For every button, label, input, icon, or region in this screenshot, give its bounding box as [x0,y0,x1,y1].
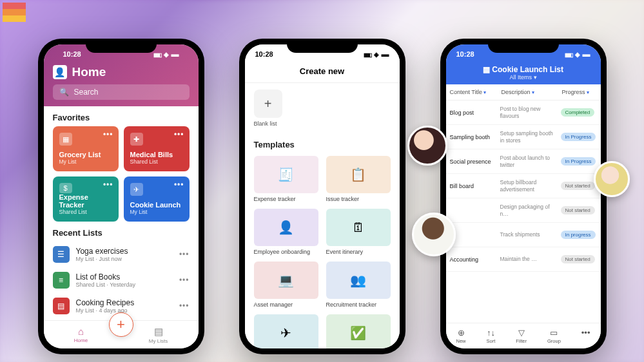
wifi-icon [164,50,169,58]
cell-title: Accounting [446,254,498,265]
column-headers: Content Title▾ Description▾ Progress▾ [446,84,601,100]
list-title: Medical Bills [130,151,183,158]
more-icon[interactable]: ••• [179,301,190,310]
more-icon[interactable]: ••• [103,130,113,139]
collaborator-avatar [412,213,456,256]
table-row[interactable]: Social presence Post about launch to twi… [446,149,601,174]
table-row[interactable]: Accounting Maintain the … Not started [446,247,601,272]
list-icon: ✈ [130,183,143,196]
template-label: Recruitment tracker [326,301,391,308]
cell-description: Track shipments [498,229,558,240]
blank-list-label: Blank list [254,120,391,127]
template-card[interactable]: ✅ Work Progress Tracker [326,314,391,348]
template-label: Event itinerary [326,249,391,255]
list-icon: ▦ [483,65,490,74]
template-card[interactable]: 🧾 Expense tracker [254,156,318,202]
favorite-card[interactable]: ••• ✈ Cookie Launch My List [124,176,190,222]
list-subtitle: Shared List · Yesterday [76,281,173,288]
recent-list-item[interactable]: ≡ List of Books Shared List · Yesterday … [49,267,193,293]
cell-description: Design packaging of n… [498,201,558,219]
status-time: 10:28 [456,50,474,58]
favorites-heading: Favorites [44,106,199,126]
list-title: Grocery List [59,151,112,158]
table-row[interactable]: Blog post Post to blog new flavours Comp… [446,100,601,125]
template-card[interactable]: 📋 Issue tracker [326,156,391,202]
signal-icon [565,50,572,58]
template-preview: 👥 [326,262,391,299]
list-icon: ≡ [53,272,70,289]
favorite-card[interactable]: ••• ▦ Grocery List My List [53,126,119,171]
table-row[interactable]: Bill board Setup billboard advertisement… [446,174,601,198]
view-selector[interactable]: All Items ▾ [446,74,601,81]
lists-icon: ▤ [154,326,163,338]
more-button[interactable]: ••• [581,328,590,344]
favorite-card[interactable]: ••• ✚ Medical Bills Shared List [124,126,190,171]
list-subtitle: My List [130,209,183,215]
cell-status: Not started [558,204,601,217]
template-preview: ✈ [254,314,318,348]
phone-create-new: 10:28 Create new + Blank list Templates … [239,39,405,354]
chevron-down-icon: ▾ [483,90,486,95]
list-subtitle: Shared List [59,209,112,215]
group-button[interactable]: ▭Group [547,328,561,344]
template-card[interactable]: 👤 Employee onboarding [254,209,318,255]
more-icon: ••• [581,328,590,338]
column-header[interactable]: Content Title▾ [446,84,498,100]
template-card[interactable]: 🗓 Event itinerary [326,209,391,255]
list-title: ▦ Cookie Launch List [446,65,601,74]
chevron-down-icon: ▾ [532,90,534,95]
favorite-card[interactable]: ••• $ Expense Tracker Shared List [53,176,119,222]
column-header[interactable]: Description▾ [498,84,558,100]
table-row[interactable]: Design packaging of n… Not started [446,198,601,223]
status-badge: In Progress [561,133,596,141]
table-row[interactable]: Sampling booth Setup sampling booth in s… [446,125,601,149]
collaborator-avatar [407,126,447,166]
cell-status: Not started [558,252,601,266]
filter-button[interactable]: ▽Filter [516,328,527,344]
template-card[interactable]: 💻 Asset manager [254,262,318,308]
cell-status: In Progress [558,130,601,144]
chevron-down-icon: ▾ [534,74,537,81]
signal-icon [153,50,161,58]
template-preview: 👤 [254,209,318,246]
list-icon: $ [59,183,72,193]
tab-my-lists[interactable]: ▤My Lists [149,326,168,344]
more-icon[interactable]: ••• [179,276,190,285]
new-item-button[interactable]: ⊕New [456,328,466,344]
wifi-icon [374,50,379,58]
template-preview: ✅ [326,314,391,348]
list-icon: ☰ [53,246,70,263]
cell-status: In Progress [558,155,601,168]
more-icon[interactable]: ••• [174,130,184,139]
list-subtitle: Shared List [130,158,183,165]
cell-status: Completed [558,106,601,119]
list-title: Yoga exercises [76,247,173,256]
new-list-fab[interactable]: + [109,312,133,337]
page-title: Home [72,65,106,79]
filter-icon: ▽ [518,328,525,338]
more-icon[interactable]: ••• [103,180,113,189]
blank-list-button[interactable]: + [254,90,282,118]
cell-description: Post to blog new flavours [498,103,558,121]
template-label: Asset manager [254,301,318,308]
template-label: Employee onboarding [254,249,318,255]
more-icon[interactable]: ••• [174,180,184,189]
more-icon[interactable]: ••• [179,250,190,259]
recent-list-item[interactable]: ☰ Yoga exercises My List · Just now ••• [49,242,193,267]
table-row[interactable]: Track shipments In progress [446,223,601,247]
search-input[interactable]: 🔍 Search [53,84,190,100]
user-avatar[interactable]: 👤 [53,65,67,79]
list-title: Cookie Launch [130,201,183,209]
cell-description: Setup sampling booth in stores [498,128,558,146]
template-card[interactable]: 👥 Recruitment tracker [326,262,391,308]
list-icon: ▤ [53,298,70,314]
column-header[interactable]: Progress▾ [558,84,601,100]
template-card[interactable]: ✈ Travel requests [254,314,318,348]
cell-status: In progress [558,228,601,242]
tab-home[interactable]: ⌂Home [74,326,88,343]
battery-icon [171,50,179,59]
sort-button[interactable]: ↑↓Sort [487,328,496,344]
cell-title: Blog post [446,107,498,119]
status-time: 10:28 [255,50,273,58]
template-label: Expense tracker [254,196,318,202]
